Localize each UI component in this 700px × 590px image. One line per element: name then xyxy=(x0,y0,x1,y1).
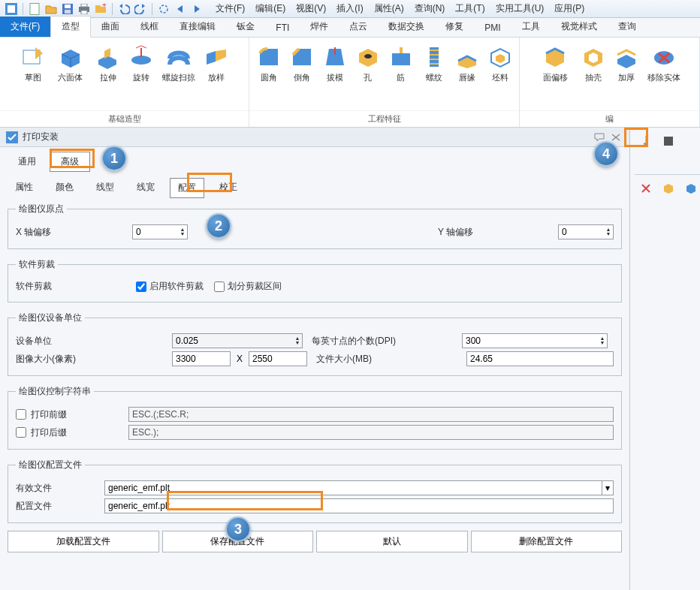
menu-query[interactable]: 查询(N) xyxy=(410,1,450,17)
save-icon[interactable] xyxy=(61,2,74,16)
valid-file-label: 有效文件 xyxy=(16,482,104,495)
rb-pin-icon[interactable] xyxy=(640,135,653,149)
ribbontab-visual[interactable]: 视觉样式 xyxy=(551,17,608,37)
print-icon[interactable] xyxy=(77,2,91,16)
img-height-input[interactable] xyxy=(249,351,307,366)
rb-thicken[interactable]: 加厚 xyxy=(610,41,643,110)
dpi-label: 每英寸点的个数(DPI) xyxy=(312,335,462,348)
redo-icon[interactable] xyxy=(134,2,147,16)
y-offset-input[interactable]: ▲▼ xyxy=(558,224,614,239)
subtab-attr[interactable]: 属性 xyxy=(8,178,41,198)
devunit-input[interactable]: ▲▼ xyxy=(172,333,303,348)
subtab-linewidth[interactable]: 线宽 xyxy=(129,178,162,198)
add-file-icon[interactable]: + xyxy=(94,2,107,16)
rb-lip[interactable]: 唇缘 xyxy=(451,41,484,110)
ribbontab-fti[interactable]: FTI xyxy=(265,19,300,37)
new-icon[interactable] xyxy=(28,2,41,16)
nav-fwd-icon[interactable] xyxy=(190,2,204,16)
nav-back-icon[interactable] xyxy=(173,2,187,16)
menu-insert[interactable]: 插入(I) xyxy=(332,1,367,17)
ribbontab-weld[interactable]: 焊件 xyxy=(300,17,339,37)
subtab-linetype[interactable]: 线型 xyxy=(89,178,122,198)
rb-remove[interactable]: 移除实体 xyxy=(643,41,685,110)
svg-rect-17 xyxy=(664,137,673,146)
ribbontab-query[interactable]: 查询 xyxy=(608,17,647,37)
cfg-file-label: 配置文件 xyxy=(16,500,104,513)
rb-offset[interactable]: 面偏移 xyxy=(535,41,577,110)
rb-revolve[interactable]: 旋转 xyxy=(125,41,158,110)
prefix-checkbox[interactable] xyxy=(16,409,26,420)
tab-advanced[interactable]: 高级 xyxy=(50,152,90,172)
rb-hole[interactable]: 孔 xyxy=(352,41,385,110)
panel-icon xyxy=(6,131,18,143)
tab-general[interactable]: 通用 xyxy=(8,152,47,171)
menu-file[interactable]: 文件(F) xyxy=(211,1,249,17)
ribbontab-sheet[interactable]: 钣金 xyxy=(226,17,265,37)
rb-view-icon[interactable] xyxy=(662,135,676,149)
rb-sketch[interactable]: 草图 xyxy=(17,41,50,110)
subtab-config[interactable]: 配置 xyxy=(170,178,204,198)
load-config-button[interactable]: 加载配置文件 xyxy=(8,531,159,552)
rb-fillet[interactable]: 圆角 xyxy=(252,41,285,110)
rb-blue-icon[interactable] xyxy=(685,182,698,196)
subtab-color[interactable]: 颜色 xyxy=(48,178,81,198)
split-clip-checkbox[interactable] xyxy=(214,281,225,292)
rb-spiral[interactable]: 螺旋扫掠 xyxy=(158,41,200,110)
prefix-input xyxy=(128,407,614,422)
x-offset-input[interactable]: ▲▼ xyxy=(132,224,188,239)
rb-stock[interactable]: 坯料 xyxy=(484,41,517,110)
ribbontab-pmi[interactable]: PMI xyxy=(474,19,511,37)
ribbontab-surface[interactable]: 曲面 xyxy=(91,17,130,37)
valid-file-select[interactable]: ▾ xyxy=(104,480,614,495)
rb-chamfer[interactable]: 倒角 xyxy=(285,41,318,110)
quick-access-toolbar: + 文件(F) 编辑(E) 视图(V) 插入(I) 属性(A) 查询(N) 工具… xyxy=(0,0,700,18)
rotate-icon[interactable] xyxy=(157,2,170,16)
ribbontab-point[interactable]: 点云 xyxy=(339,17,378,37)
open-icon[interactable] xyxy=(44,2,58,16)
callout-1: 1 xyxy=(101,146,127,171)
rb-loft[interactable]: 放样 xyxy=(200,41,233,110)
rb-delete-icon[interactable] xyxy=(640,182,653,196)
callout-3: 3 xyxy=(225,516,251,542)
rb-cube-icon[interactable] xyxy=(662,182,676,196)
ribbontab-wire[interactable]: 线框 xyxy=(130,17,169,37)
group3-label: 编 xyxy=(520,110,699,127)
callout-4: 4 xyxy=(593,141,619,167)
cfg-file-input[interactable] xyxy=(104,498,614,513)
img-width-input[interactable] xyxy=(172,351,231,366)
panel-title: 打印安装 xyxy=(23,131,590,143)
menu-attr[interactable]: 属性(A) xyxy=(370,1,409,17)
default-button[interactable]: 默认 xyxy=(316,531,468,552)
ribbontab-exchange[interactable]: 数据交换 xyxy=(378,17,435,37)
ribbontab-shape[interactable]: 造型 xyxy=(50,16,91,38)
svg-rect-8 xyxy=(81,11,87,14)
filesize-input[interactable] xyxy=(466,351,614,366)
units-legend: 绘图仪设备单位 xyxy=(16,312,85,324)
enable-clip-checkbox[interactable] xyxy=(136,281,146,292)
dpi-input[interactable]: ▲▼ xyxy=(462,333,608,348)
group2-label: 工程特征 xyxy=(249,110,519,127)
delete-config-button[interactable]: 删除配置文件 xyxy=(471,531,623,552)
ribbontab-file[interactable]: 文件(F) xyxy=(0,17,50,37)
rb-rib[interactable]: 筋 xyxy=(385,41,418,110)
rb-thread[interactable]: 螺纹 xyxy=(418,41,451,110)
menu-view[interactable]: 视图(V) xyxy=(291,1,330,17)
rb-box[interactable]: 六面体 xyxy=(50,41,92,110)
undo-icon[interactable] xyxy=(117,2,131,16)
menu-app[interactable]: 应用(P) xyxy=(550,1,589,17)
subtab-calibrate[interactable]: 校正 xyxy=(212,178,245,198)
ribbon-tabs: 文件(F) 造型 曲面 线框 直接编辑 钣金 FTI 焊件 点云 数据交换 修复… xyxy=(0,18,700,38)
suffix-checkbox[interactable] xyxy=(16,427,26,438)
menu-tools[interactable]: 工具(T) xyxy=(451,1,489,17)
ribbontab-repair[interactable]: 修复 xyxy=(435,17,474,37)
rb-draft[interactable]: 拔模 xyxy=(318,41,352,110)
svg-rect-5 xyxy=(65,10,71,14)
ribbontab-direct[interactable]: 直接编辑 xyxy=(169,17,226,37)
rb-extrude[interactable]: 拉伸 xyxy=(92,41,125,110)
ribbontab-tool[interactable]: 工具 xyxy=(511,17,551,37)
menu-util[interactable]: 实用工具(U) xyxy=(491,1,549,17)
menu-edit[interactable]: 编辑(E) xyxy=(251,1,290,17)
clip-label: 软件剪裁 xyxy=(16,280,136,293)
rb-shell[interactable]: 抽壳 xyxy=(577,41,610,110)
y-offset-label: Y 轴偏移 xyxy=(438,226,558,239)
